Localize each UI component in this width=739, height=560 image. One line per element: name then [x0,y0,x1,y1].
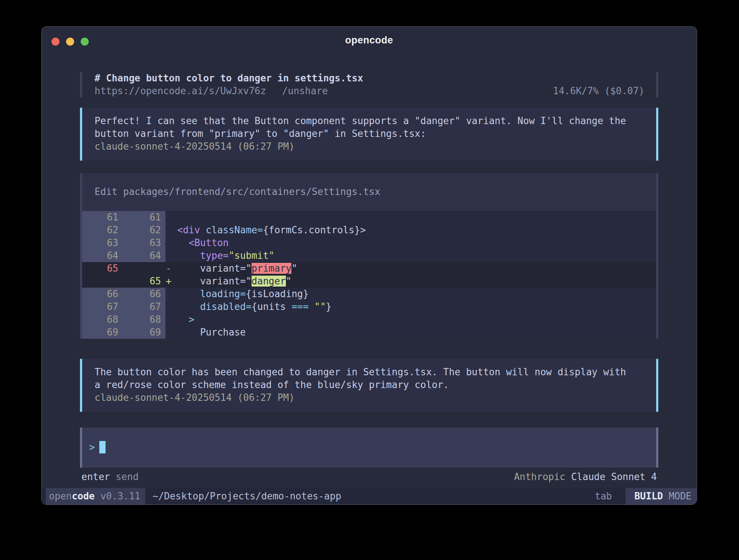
diff-code-line: <Button [165,237,656,249]
code-token: = [257,225,263,235]
message-text-line: a red/rose color scheme instead of the b… [95,379,644,391]
code-token [177,263,200,274]
message-accent-left [80,108,82,161]
line-number-old: 64 [82,249,124,262]
code-token [177,288,200,299]
code-token: } [326,301,332,312]
app-version: v0.3.11 [100,490,141,503]
line-number-old: 65 [82,262,124,275]
code-token: "submit" [229,250,274,261]
share-url[interactable]: https://opencode.ai/s/UwJxv76z [95,85,266,96]
message-text-line: Perfect! I can see that the Button compo… [95,115,644,127]
code-token: " [286,276,292,287]
line-number-old: 68 [82,313,124,326]
code-token: {units [252,301,292,312]
code-token: variant=" [200,263,252,274]
diff-table: 6161 6262 <div className={formCs.control… [82,211,656,339]
message-accent-right [656,108,658,161]
code-token: Purchase [200,327,246,338]
prompt-input[interactable]: > [80,427,658,468]
diff-code-line: - variant="primary" [165,262,656,275]
code-token: === [291,301,309,312]
message-meta: claude-sonnet-4-20250514 (06:27 PM) [95,140,644,153]
mode-segment[interactable]: BUILD MODE [625,488,697,505]
provider-label: Anthropic [514,471,566,482]
diff-code-line: <div className={formCs.controls}> [165,224,656,237]
line-number-new: 64 [124,249,165,262]
diff-row: 65+ variant="danger" [82,275,656,288]
diff-row: 6161 [82,211,656,224]
diff-row: 6464 type="submit" [82,249,656,262]
code-token: loading [200,288,240,299]
line-number-new: 61 [124,211,165,224]
line-number-new: 65 [124,275,165,288]
assistant-message: The button color has been changed to dan… [80,359,658,412]
diff-code-line: + variant="danger" [165,275,656,288]
line-number-old: 66 [82,288,124,300]
input-left-border [80,427,82,468]
diff-code-line: Purchase [165,326,656,339]
app-name-open: open [49,490,72,503]
line-number-old: 69 [82,326,124,339]
code-token: = [223,250,229,261]
prompt-line: > [89,441,106,454]
tab-key-hint[interactable]: tab [595,490,612,503]
diff-marker [166,326,177,339]
edit-left-border [80,173,82,339]
line-number-new [124,262,165,275]
opencode-window: opencode # Change button color to danger… [41,26,697,505]
code-token: " [291,263,297,274]
line-number-new: 67 [124,300,165,313]
diff-marker: + [166,275,177,288]
hint-row: enter send Anthropic Claude Sonnet 4 [80,471,658,483]
working-directory: ~/Desktop/Projects/demo-notes-app [153,490,341,503]
diff-marker [166,249,177,262]
token-cost-stats: 14.6K/7% ($0.07) [553,85,644,97]
line-number-old: 63 [82,237,124,249]
message-accent-right [656,359,658,412]
code-token [177,301,200,312]
enter-hint: enter send [81,471,139,483]
model-label: Claude Sonnet 4 [571,471,657,482]
diff-marker [166,224,177,237]
code-token: = [240,288,246,299]
prompt-symbol: > [89,442,95,453]
code-token: {isLoading} [246,288,309,299]
desktop: opencode # Change button color to danger… [0,0,739,560]
enter-key-label: enter [81,471,110,482]
diff-row: 6969 Purchase [82,326,656,339]
code-token [200,225,206,235]
code-token: <div [177,225,200,235]
line-number-new: 62 [124,224,165,237]
app-name-code: code [72,490,95,503]
code-token: danger [252,276,286,287]
code-token: {formCs.controls}> [263,225,366,235]
session-header: # Change button color to danger in setti… [80,72,658,97]
line-number-new: 68 [124,313,165,326]
code-token [177,250,200,261]
diff-code-line: disabled={units === ""} [165,300,656,313]
edit-file-path: Edit packages/frontend/src/containers/Se… [95,185,380,198]
code-token: <Button [189,237,229,248]
diff-marker [166,313,177,326]
header-right-border [656,72,658,97]
session-title: # Change button color to danger in setti… [95,72,644,85]
line-number-old [82,275,124,288]
code-token: > [189,314,195,325]
code-token: type [200,250,223,261]
mode-build: BUILD [634,490,663,503]
model-indicator: Anthropic Claude Sonnet 4 [514,471,657,483]
diff-code-line: > [165,313,656,326]
unshare-command[interactable]: /unshare [282,85,328,96]
header-left-border [80,72,82,97]
diff-row: 6262 <div className={formCs.controls}> [82,224,656,237]
message-accent-left [80,359,82,412]
code-token: variant=" [200,276,252,287]
code-token [177,327,200,338]
diff-marker [166,211,177,224]
line-number-old: 67 [82,300,124,313]
code-token: = [246,301,252,312]
code-token: className [206,225,257,235]
code-token [177,314,188,325]
diff-marker [166,300,177,313]
